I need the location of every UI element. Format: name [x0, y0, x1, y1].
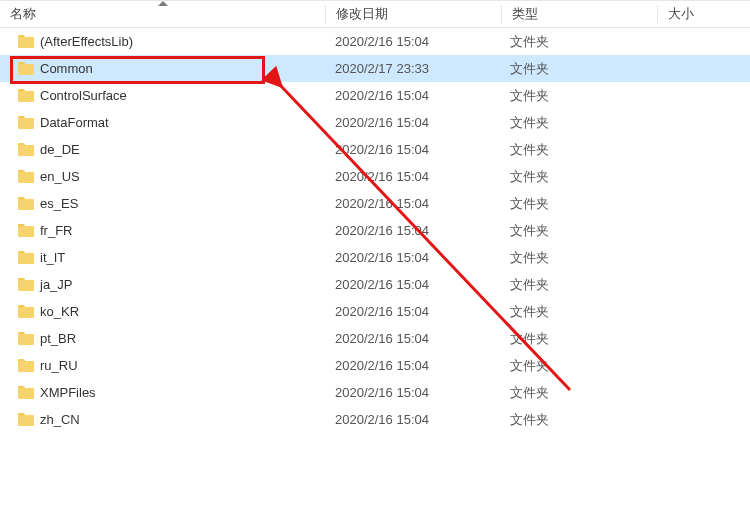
file-name-cell: ko_KR — [0, 304, 325, 319]
file-type-cell: 文件夹 — [500, 141, 655, 159]
file-date-cell: 2020/2/16 15:04 — [325, 88, 500, 103]
file-date-cell: 2020/2/16 15:04 — [325, 223, 500, 238]
file-name-label: Common — [40, 61, 93, 76]
column-header-size-label: 大小 — [668, 5, 694, 23]
file-date-cell: 2020/2/16 15:04 — [325, 250, 500, 265]
file-row[interactable]: ja_JP2020/2/16 15:04文件夹 — [0, 271, 750, 298]
file-name-cell: (AfterEffectsLib) — [0, 34, 325, 49]
folder-icon — [18, 413, 34, 426]
file-name-label: it_IT — [40, 250, 65, 265]
file-name-cell: Common — [0, 61, 325, 76]
folder-icon — [18, 386, 34, 399]
file-date-cell: 2020/2/16 15:04 — [325, 34, 500, 49]
file-name-label: ru_RU — [40, 358, 78, 373]
file-list: (AfterEffectsLib)2020/2/16 15:04文件夹Commo… — [0, 28, 750, 433]
folder-icon — [18, 143, 34, 156]
column-header-name-label: 名称 — [10, 5, 36, 23]
file-date-cell: 2020/2/16 15:04 — [325, 169, 500, 184]
file-name-label: ja_JP — [40, 277, 73, 292]
folder-icon — [18, 35, 34, 48]
file-name-label: ControlSurface — [40, 88, 127, 103]
file-name-cell: zh_CN — [0, 412, 325, 427]
file-name-label: fr_FR — [40, 223, 73, 238]
file-type-cell: 文件夹 — [500, 87, 655, 105]
sort-ascending-icon — [158, 1, 168, 6]
file-type-cell: 文件夹 — [500, 114, 655, 132]
file-date-cell: 2020/2/17 23:33 — [325, 61, 500, 76]
file-name-cell: ControlSurface — [0, 88, 325, 103]
file-type-cell: 文件夹 — [500, 249, 655, 267]
file-type-cell: 文件夹 — [500, 195, 655, 213]
file-name-cell: ru_RU — [0, 358, 325, 373]
file-name-cell: it_IT — [0, 250, 325, 265]
file-name-cell: DataFormat — [0, 115, 325, 130]
file-row[interactable]: es_ES2020/2/16 15:04文件夹 — [0, 190, 750, 217]
file-name-cell: en_US — [0, 169, 325, 184]
folder-icon — [18, 62, 34, 75]
column-header-row: 名称 修改日期 类型 大小 — [0, 0, 750, 28]
file-type-cell: 文件夹 — [500, 411, 655, 429]
file-type-cell: 文件夹 — [500, 384, 655, 402]
file-row[interactable]: (AfterEffectsLib)2020/2/16 15:04文件夹 — [0, 28, 750, 55]
file-type-cell: 文件夹 — [500, 303, 655, 321]
file-date-cell: 2020/2/16 15:04 — [325, 385, 500, 400]
folder-icon — [18, 251, 34, 264]
folder-icon — [18, 359, 34, 372]
file-name-label: en_US — [40, 169, 80, 184]
file-row[interactable]: zh_CN2020/2/16 15:04文件夹 — [0, 406, 750, 433]
file-row[interactable]: XMPFiles2020/2/16 15:04文件夹 — [0, 379, 750, 406]
file-name-label: (AfterEffectsLib) — [40, 34, 133, 49]
folder-icon — [18, 332, 34, 345]
file-type-cell: 文件夹 — [500, 60, 655, 78]
file-row[interactable]: ko_KR2020/2/16 15:04文件夹 — [0, 298, 750, 325]
file-type-cell: 文件夹 — [500, 276, 655, 294]
file-name-label: XMPFiles — [40, 385, 96, 400]
file-row[interactable]: fr_FR2020/2/16 15:04文件夹 — [0, 217, 750, 244]
file-date-cell: 2020/2/16 15:04 — [325, 142, 500, 157]
file-date-cell: 2020/2/16 15:04 — [325, 196, 500, 211]
file-date-cell: 2020/2/16 15:04 — [325, 304, 500, 319]
file-name-label: zh_CN — [40, 412, 80, 427]
file-type-cell: 文件夹 — [500, 33, 655, 51]
folder-icon — [18, 278, 34, 291]
file-row[interactable]: pt_BR2020/2/16 15:04文件夹 — [0, 325, 750, 352]
file-name-cell: XMPFiles — [0, 385, 325, 400]
file-row[interactable]: ControlSurface2020/2/16 15:04文件夹 — [0, 82, 750, 109]
file-row[interactable]: DataFormat2020/2/16 15:04文件夹 — [0, 109, 750, 136]
file-name-cell: fr_FR — [0, 223, 325, 238]
file-date-cell: 2020/2/16 15:04 — [325, 115, 500, 130]
file-row[interactable]: de_DE2020/2/16 15:04文件夹 — [0, 136, 750, 163]
file-name-label: ko_KR — [40, 304, 79, 319]
column-header-name[interactable]: 名称 — [0, 1, 325, 27]
file-date-cell: 2020/2/16 15:04 — [325, 358, 500, 373]
file-name-cell: de_DE — [0, 142, 325, 157]
folder-icon — [18, 197, 34, 210]
file-name-label: de_DE — [40, 142, 80, 157]
file-type-cell: 文件夹 — [500, 168, 655, 186]
column-header-date[interactable]: 修改日期 — [326, 1, 501, 27]
column-header-type-label: 类型 — [512, 5, 538, 23]
column-header-type[interactable]: 类型 — [502, 1, 657, 27]
file-name-cell: es_ES — [0, 196, 325, 211]
file-date-cell: 2020/2/16 15:04 — [325, 277, 500, 292]
file-date-cell: 2020/2/16 15:04 — [325, 331, 500, 346]
column-header-size[interactable]: 大小 — [658, 1, 750, 27]
file-row[interactable]: it_IT2020/2/16 15:04文件夹 — [0, 244, 750, 271]
file-name-label: es_ES — [40, 196, 78, 211]
file-row[interactable]: ru_RU2020/2/16 15:04文件夹 — [0, 352, 750, 379]
file-name-cell: ja_JP — [0, 277, 325, 292]
file-type-cell: 文件夹 — [500, 222, 655, 240]
file-type-cell: 文件夹 — [500, 357, 655, 375]
file-type-cell: 文件夹 — [500, 330, 655, 348]
folder-icon — [18, 170, 34, 183]
folder-icon — [18, 305, 34, 318]
file-name-cell: pt_BR — [0, 331, 325, 346]
column-header-date-label: 修改日期 — [336, 5, 388, 23]
file-row[interactable]: Common2020/2/17 23:33文件夹 — [0, 55, 750, 82]
file-row[interactable]: en_US2020/2/16 15:04文件夹 — [0, 163, 750, 190]
file-name-label: pt_BR — [40, 331, 76, 346]
folder-icon — [18, 89, 34, 102]
file-name-label: DataFormat — [40, 115, 109, 130]
file-date-cell: 2020/2/16 15:04 — [325, 412, 500, 427]
folder-icon — [18, 116, 34, 129]
